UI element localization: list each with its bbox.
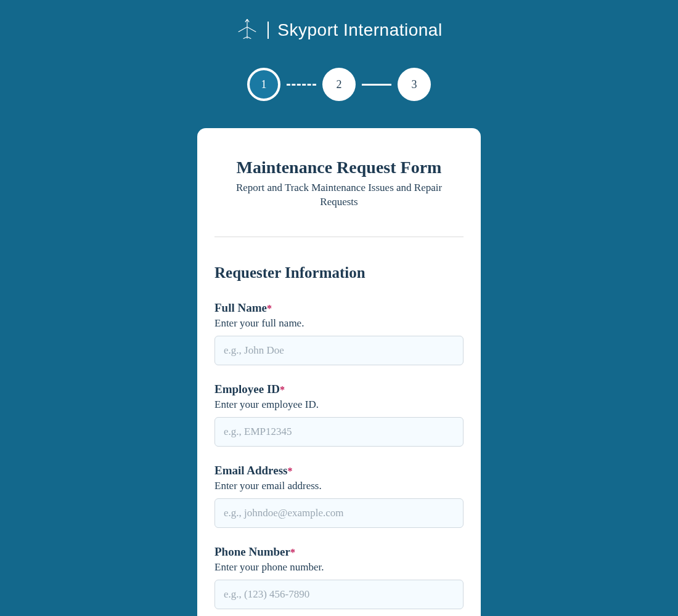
- full-name-label: Full Name: [214, 301, 267, 314]
- full-name-hint: Enter your full name.: [214, 317, 464, 330]
- page: Skyport International 1 2 3 Maintenance …: [0, 0, 678, 616]
- step-connector: [287, 84, 316, 86]
- field-employee-id: Employee ID* Enter your employee ID.: [214, 383, 464, 447]
- phone-input[interactable]: [214, 580, 464, 609]
- step-indicator: 1 2 3: [247, 68, 431, 101]
- employee-id-input[interactable]: [214, 417, 464, 447]
- brand-logo: Skyport International: [235, 17, 442, 43]
- step-3[interactable]: 3: [398, 68, 431, 101]
- divider: [214, 237, 464, 237]
- required-mark: *: [290, 547, 295, 557]
- email-label: Email Address: [214, 464, 287, 477]
- section-title: Requester Information: [214, 264, 464, 282]
- employee-id-hint: Enter your employee ID.: [214, 399, 464, 411]
- step-1[interactable]: 1: [247, 68, 280, 101]
- field-full-name: Full Name* Enter your full name.: [214, 301, 464, 365]
- email-hint: Enter your email address.: [214, 480, 464, 492]
- email-input[interactable]: [214, 498, 464, 528]
- full-name-input[interactable]: [214, 336, 464, 365]
- logo-divider: [268, 22, 269, 39]
- form-subtitle: Report and Track Maintenance Issues and …: [225, 181, 453, 209]
- airplane-icon: [235, 17, 259, 43]
- step-connector: [362, 84, 391, 86]
- employee-id-label: Employee ID: [214, 383, 280, 395]
- brand-name: Skyport International: [277, 20, 442, 40]
- field-email: Email Address* Enter your email address.: [214, 464, 464, 528]
- form-title: Maintenance Request Form: [214, 158, 464, 177]
- required-mark: *: [267, 303, 272, 314]
- phone-label: Phone Number: [214, 545, 290, 558]
- step-2[interactable]: 2: [322, 68, 356, 101]
- phone-hint: Enter your phone number.: [214, 561, 464, 573]
- required-mark: *: [280, 384, 285, 395]
- form-card: Maintenance Request Form Report and Trac…: [197, 128, 481, 616]
- field-phone: Phone Number* Enter your phone number.: [214, 545, 464, 609]
- required-mark: *: [287, 466, 292, 476]
